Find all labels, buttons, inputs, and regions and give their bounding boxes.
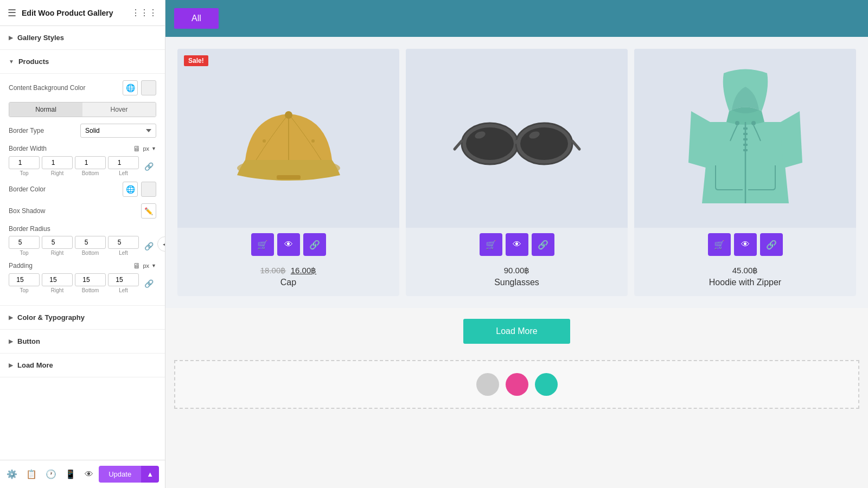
border-color-row: Border Color 🌐 (9, 182, 156, 197)
hamburger-icon[interactable]: ☰ (8, 7, 16, 19)
color-typography-label: Color & Typography (17, 313, 85, 322)
border-color-globe[interactable]: 🌐 (123, 182, 138, 197)
br-left-input[interactable] (108, 236, 139, 249)
color-chevron-icon: ▶ (9, 314, 13, 320)
sunglasses-image (452, 95, 582, 182)
border-bottom-input[interactable]: 1 (75, 156, 106, 169)
border-color-swatch[interactable] (141, 182, 156, 197)
svg-rect-14 (743, 127, 748, 130)
grid-icon[interactable]: ⋮⋮⋮ (131, 8, 157, 18)
border-top-wrap: 1 Top (9, 156, 40, 176)
preview-icon[interactable]: 👁 (85, 470, 93, 479)
dot-2 (506, 373, 528, 396)
cap-price-wrap: 18.00฿ 16.00฿ (184, 266, 393, 275)
svg-rect-16 (743, 138, 748, 140)
responsive-icon[interactable]: 📱 (65, 469, 76, 479)
border-width-unit: 🖥 px ▼ (133, 144, 156, 153)
pad-bottom-label: Bottom (82, 287, 99, 293)
pad-top-input[interactable] (9, 273, 40, 286)
padding-unit: 🖥 px ▼ (133, 261, 156, 270)
bg-color-label: Content Background Color (9, 84, 85, 92)
filter-bar: All (165, 0, 868, 37)
link-cap[interactable]: 🔗 (303, 233, 326, 256)
products-content: Content Background Color 🌐 Normal Hover … (0, 74, 165, 306)
link-sunglasses[interactable]: 🔗 (532, 233, 554, 256)
quick-view-cap[interactable]: 👁 (277, 233, 300, 256)
add-to-cart-cap[interactable]: 🛒 (251, 233, 274, 256)
border-right-input[interactable]: 1 (42, 156, 73, 169)
product-info-cap: 18.00฿ 16.00฿ Cap (177, 261, 399, 296)
product-card-cap: Sale! (177, 49, 399, 296)
svg-rect-17 (743, 144, 748, 146)
border-top-input[interactable]: 1 (9, 156, 40, 169)
section-load-more[interactable]: ▶ Load More (0, 354, 165, 377)
add-to-cart-sunglasses[interactable]: 🛒 (480, 233, 502, 256)
br-bottom-input[interactable] (75, 236, 106, 249)
product-card-sunglasses: 🛒 👁 🔗 90.00฿ Sunglasses (406, 49, 628, 296)
svg-rect-18 (743, 149, 748, 151)
globe-button[interactable]: 🌐 (123, 80, 138, 95)
pad-top-label: Top (20, 287, 28, 293)
border-type-select[interactable]: Solid Dashed Dotted None (80, 124, 156, 138)
settings-icon[interactable]: ⚙️ (7, 469, 17, 479)
border-left-input[interactable]: 1 (108, 156, 139, 169)
quick-view-hoodie[interactable]: 👁 (734, 233, 757, 256)
product-image-area-cap: Sale! (177, 49, 399, 228)
padding-monitor-icon: 🖥 (133, 261, 141, 270)
tab-normal[interactable]: Normal (9, 102, 82, 117)
border-unit-label: px (143, 145, 149, 152)
section-gallery-styles[interactable]: ▶ Gallery Styles (0, 26, 165, 50)
load-more-button[interactable]: Load More (463, 319, 570, 344)
panel-header-left: ☰ Edit Woo Product Gallery (8, 7, 113, 19)
br-top-wrap: Top (9, 236, 40, 256)
svg-line-9 (455, 141, 462, 149)
pad-left-input[interactable] (108, 273, 139, 286)
box-shadow-edit-btn[interactable]: ✏️ (141, 203, 156, 219)
border-color-label: Border Color (9, 185, 46, 193)
border-bottom-label: Bottom (82, 170, 99, 176)
bg-color-swatch[interactable] (141, 80, 156, 95)
pad-right-input[interactable] (42, 273, 73, 286)
pad-link-icon[interactable]: 🔗 (141, 276, 156, 291)
update-button[interactable]: Update (99, 466, 141, 483)
layers-icon[interactable]: 📋 (26, 469, 37, 479)
br-right-label: Right (51, 250, 63, 256)
normal-hover-tabs: Normal Hover (9, 102, 156, 117)
panel-title: Edit Woo Product Gallery (22, 9, 113, 17)
br-right-input[interactable] (42, 236, 73, 249)
below-dots (476, 373, 558, 396)
link-hoodie[interactable]: 🔗 (760, 233, 783, 256)
product-image-area-sunglasses (406, 49, 628, 228)
update-btn-group: Update ▲ (99, 466, 159, 483)
products-label: Products (18, 57, 49, 66)
filter-all-button[interactable]: All (174, 8, 219, 29)
add-to-cart-hoodie[interactable]: 🛒 (708, 233, 731, 256)
cap-image (229, 84, 348, 192)
border-left-label: Left (119, 170, 128, 176)
section-color-typography[interactable]: ▶ Color & Typography (0, 306, 165, 330)
br-bottom-label: Bottom (82, 250, 99, 256)
section-products[interactable]: ▼ Products (0, 50, 165, 74)
tab-hover[interactable]: Hover (82, 102, 156, 117)
pad-left-wrap: Left (108, 273, 139, 293)
box-shadow-label: Box Shadow (9, 207, 45, 215)
br-link-icon[interactable]: 🔗 (141, 239, 156, 254)
gallery-styles-label: Gallery Styles (17, 34, 64, 42)
update-arrow-button[interactable]: ▲ (141, 466, 159, 483)
br-bottom-wrap: Bottom (75, 236, 106, 256)
quick-view-sunglasses[interactable]: 👁 (506, 233, 528, 256)
br-top-input[interactable] (9, 236, 40, 249)
section-button[interactable]: ▶ Button (0, 330, 165, 354)
cap-name: Cap (184, 278, 393, 287)
pad-top-wrap: Top (9, 273, 40, 293)
svg-point-20 (751, 121, 756, 125)
pad-bottom-input[interactable] (75, 273, 106, 286)
border-width-link-icon[interactable]: 🔗 (141, 159, 156, 174)
pad-left-label: Left (119, 287, 128, 293)
sale-badge-cap: Sale! (184, 55, 208, 66)
border-radius-header: Border Radius (9, 225, 156, 233)
svg-rect-2 (277, 175, 301, 179)
history-icon[interactable]: 🕐 (46, 469, 56, 479)
main-content: All Sale! (165, 0, 868, 488)
border-width-label: Border Width (9, 145, 47, 152)
